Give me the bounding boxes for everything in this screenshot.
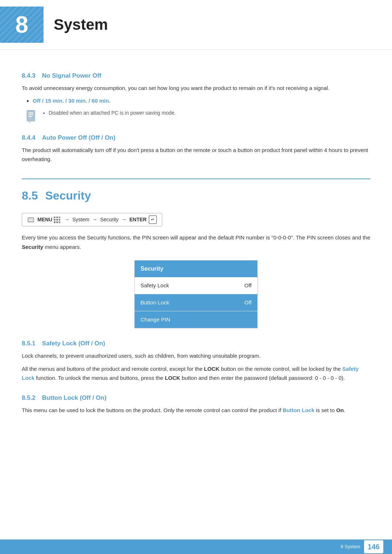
body2-end: function. To unlock the menus and button…: [34, 375, 165, 381]
body-852-pre: This menu can be used to lock the button…: [22, 407, 283, 413]
button-lock-label: Button Lock: [140, 298, 169, 307]
section-852-heading: 8.5.2Button Lock (Off / On): [22, 393, 370, 403]
page-footer: 8 System 146: [0, 539, 392, 554]
section-851: 8.5.1Safety Lock (Off / On) Lock channel…: [22, 338, 370, 383]
section-843: 8.4.3No Signal Power Off To avoid unnece…: [22, 71, 370, 123]
section-852: 8.5.2Button Lock (Off / On) This menu ca…: [22, 393, 370, 415]
body2-lock1: LOCK: [204, 366, 220, 372]
section-843-note-list: Disabled when an attached PC is in power…: [49, 109, 176, 117]
safety-lock-label: Safety Lock: [140, 281, 169, 290]
arrow-3: →: [122, 216, 127, 223]
body2-end2: button and then enter the password (defa…: [180, 375, 345, 381]
change-pin-label: Change PIN: [140, 315, 170, 324]
menu-word: MENU: [37, 216, 52, 223]
section-85-title: Security: [45, 186, 91, 205]
chapter-number: 8: [15, 6, 28, 43]
note-icon: [25, 110, 38, 123]
footer-section-label: 8 System: [340, 543, 360, 551]
chapter-title: System: [54, 12, 108, 37]
svg-rect-2: [28, 114, 33, 115]
section-844-body: The product will automatically turn off …: [22, 145, 370, 164]
section-85-num: 8.5: [22, 186, 38, 205]
safety-lock-value: Off: [244, 281, 252, 290]
security-bold: Security: [22, 244, 43, 250]
section-843-bullets: Off / 15 min. / 30 min. / 60 min.: [33, 97, 370, 105]
body-852-on: On: [336, 407, 344, 413]
section-85-heading: 8.5 Security: [22, 186, 370, 205]
section-852-title: Button Lock (Off / On): [42, 394, 107, 401]
menu-path-box: MENU → System → Security → ENTER: [22, 213, 162, 226]
footer-page-number: 146: [364, 540, 383, 553]
section-843-bullet-text: Off / 15 min. / 30 min. / 60 min.: [33, 98, 110, 104]
svg-rect-0: [27, 110, 35, 121]
body2-pre: All the menus and buttons of the product…: [22, 366, 204, 372]
chapter-number-box: 8: [0, 7, 44, 43]
section-843-note-item: Disabled when an attached PC is in power…: [49, 109, 176, 117]
menu-icon: [27, 217, 34, 223]
section-843-body: To avoid unnecessary energy consumption,…: [22, 83, 370, 93]
body-852-bold1: Button Lock: [283, 407, 315, 413]
enter-icon: [149, 216, 157, 224]
section-85: 8.5 Security MENU → System → Security: [22, 178, 370, 415]
body-852-period: .: [344, 407, 345, 413]
security-ui-wrapper: Security Safety Lock Off Button Lock Off…: [22, 260, 370, 328]
section-843-bullet-item: Off / 15 min. / 30 min. / 60 min.: [33, 97, 370, 105]
section-852-num: 8.5.2: [22, 394, 36, 401]
svg-rect-7: [28, 219, 33, 220]
menu-enter: ENTER: [130, 216, 147, 223]
section-844-title: Auto Power Off (Off / On): [42, 134, 115, 141]
security-box-header: Security: [135, 260, 257, 277]
svg-rect-8: [28, 221, 33, 221]
section-851-body1: Lock channels, to prevent unauthorized u…: [22, 351, 370, 361]
section-851-title: Safety Lock (Off / On): [42, 340, 105, 347]
section-844-heading: 8.4.4Auto Power Off (Off / On): [22, 133, 370, 143]
body2-lock2: LOCK: [165, 375, 180, 381]
section-843-title: No Signal Power Off: [42, 72, 101, 79]
svg-rect-4: [27, 122, 31, 122]
svg-rect-3: [28, 116, 32, 117]
section-844-num: 8.4.4: [22, 134, 36, 141]
menu-system: System: [72, 216, 89, 223]
arrow-2: →: [92, 216, 97, 223]
section-843-note: Disabled when an attached PC is in power…: [25, 109, 370, 123]
security-row-button-lock: Button Lock Off: [135, 294, 257, 311]
section-85-intro: Every time you access the Security funct…: [22, 233, 370, 251]
svg-rect-6: [28, 218, 33, 219]
security-row-safety-lock: Safety Lock Off: [135, 277, 257, 294]
section-852-body1: This menu can be used to lock the button…: [22, 406, 370, 415]
body-852-end: is set to: [314, 407, 336, 413]
grid-icon: [54, 217, 60, 223]
body2-mid: button on the remote control, will be lo…: [219, 366, 342, 372]
button-lock-value: Off: [244, 298, 252, 307]
security-row-change-pin: Change PIN: [135, 311, 257, 328]
section-843-heading: 8.4.3No Signal Power Off: [22, 71, 370, 81]
section-844: 8.4.4Auto Power Off (Off / On) The produ…: [22, 133, 370, 164]
menu-security: Security: [100, 216, 119, 223]
section-843-num: 8.4.3: [22, 72, 36, 79]
section-851-heading: 8.5.1Safety Lock (Off / On): [22, 338, 370, 348]
arrow-1: →: [64, 216, 69, 223]
main-content: 8.4.3No Signal Power Off To avoid unnece…: [0, 50, 392, 440]
security-box: Security Safety Lock Off Button Lock Off…: [134, 260, 258, 328]
section-851-body2: All the menus and buttons of the product…: [22, 364, 370, 383]
section-851-num: 8.5.1: [22, 340, 36, 347]
page-header: 8 System: [0, 0, 392, 50]
svg-rect-1: [28, 112, 33, 113]
